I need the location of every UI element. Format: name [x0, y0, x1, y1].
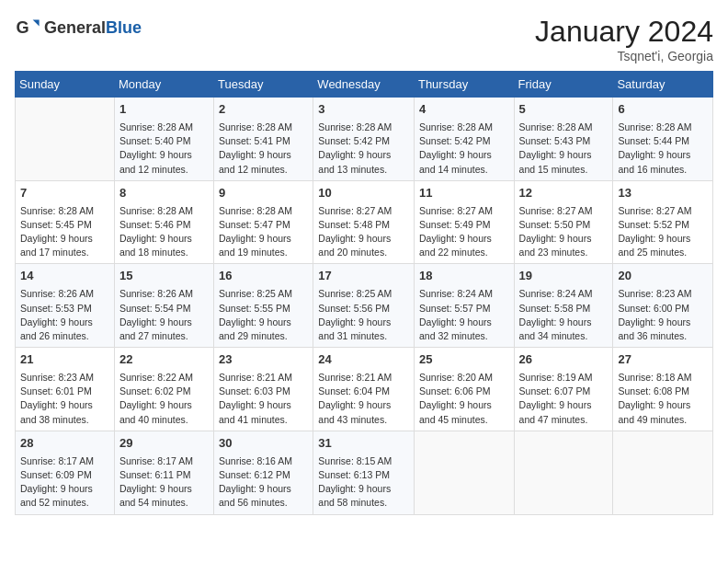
day-number: 16 [219, 268, 308, 285]
calendar-cell: 13Sunrise: 8:27 AMSunset: 5:52 PMDayligh… [613, 180, 713, 264]
calendar-cell: 8Sunrise: 8:28 AMSunset: 5:46 PMDaylight… [114, 180, 213, 264]
day-number: 13 [618, 185, 708, 202]
day-number: 1 [119, 101, 209, 119]
logo: G GeneralBlue [15, 15, 142, 40]
calendar-cell [414, 431, 514, 514]
calendar-week-5: 28Sunrise: 8:17 AMSunset: 6:09 PMDayligh… [16, 431, 713, 514]
calendar-cell: 10Sunrise: 8:27 AMSunset: 5:48 PMDayligh… [313, 180, 415, 264]
day-number: 4 [419, 101, 509, 119]
logo-general: General [44, 18, 106, 37]
day-info: Sunrise: 8:19 AMSunset: 6:07 PMDaylight:… [519, 371, 609, 427]
calendar-cell: 19Sunrise: 8:24 AMSunset: 5:58 PMDayligh… [514, 264, 613, 348]
day-number: 29 [119, 435, 209, 453]
day-number: 24 [318, 351, 409, 369]
calendar-cell: 7Sunrise: 8:28 AMSunset: 5:45 PMDaylight… [16, 180, 115, 264]
day-number: 31 [318, 435, 409, 453]
calendar-cell: 27Sunrise: 8:18 AMSunset: 6:08 PMDayligh… [613, 348, 713, 431]
calendar-cell: 21Sunrise: 8:23 AMSunset: 6:01 PMDayligh… [16, 348, 115, 431]
day-number: 27 [618, 351, 708, 369]
calendar-cell: 25Sunrise: 8:20 AMSunset: 6:06 PMDayligh… [414, 348, 514, 431]
day-info: Sunrise: 8:25 AMSunset: 5:56 PMDaylight:… [318, 287, 409, 343]
calendar-cell: 11Sunrise: 8:27 AMSunset: 5:49 PMDayligh… [414, 180, 514, 264]
day-info: Sunrise: 8:28 AMSunset: 5:42 PMDaylight:… [419, 121, 509, 177]
day-number: 26 [519, 351, 609, 369]
calendar-cell: 1Sunrise: 8:28 AMSunset: 5:40 PMDaylight… [114, 98, 213, 181]
day-info: Sunrise: 8:28 AMSunset: 5:47 PMDaylight:… [219, 204, 308, 260]
calendar-cell: 12Sunrise: 8:27 AMSunset: 5:50 PMDayligh… [514, 180, 613, 264]
page-header: G GeneralBlue January 2024 Tsqnet'i, Geo… [15, 15, 713, 63]
calendar-cell: 20Sunrise: 8:23 AMSunset: 6:00 PMDayligh… [613, 264, 713, 348]
calendar-cell [16, 98, 115, 181]
day-info: Sunrise: 8:24 AMSunset: 5:57 PMDaylight:… [419, 287, 509, 343]
day-info: Sunrise: 8:22 AMSunset: 6:02 PMDaylight:… [119, 371, 209, 427]
day-info: Sunrise: 8:28 AMSunset: 5:46 PMDaylight:… [119, 204, 209, 260]
calendar-week-2: 7Sunrise: 8:28 AMSunset: 5:45 PMDaylight… [16, 180, 713, 264]
calendar-cell [514, 431, 613, 514]
header-day-tuesday: Tuesday [214, 72, 313, 98]
day-info: Sunrise: 8:26 AMSunset: 5:53 PMDaylight:… [20, 287, 109, 343]
day-number: 28 [20, 435, 109, 453]
day-number: 10 [318, 185, 409, 202]
calendar-cell: 16Sunrise: 8:25 AMSunset: 5:55 PMDayligh… [214, 264, 313, 348]
calendar-cell: 23Sunrise: 8:21 AMSunset: 6:03 PMDayligh… [214, 348, 313, 431]
day-number: 30 [219, 435, 308, 453]
day-number: 19 [519, 268, 609, 285]
day-info: Sunrise: 8:20 AMSunset: 6:06 PMDaylight:… [419, 371, 509, 427]
day-number: 11 [419, 185, 509, 202]
day-info: Sunrise: 8:28 AMSunset: 5:40 PMDaylight:… [119, 121, 209, 177]
header-day-sunday: Sunday [16, 72, 115, 98]
day-info: Sunrise: 8:23 AMSunset: 6:00 PMDaylight:… [618, 287, 708, 343]
calendar-cell: 18Sunrise: 8:24 AMSunset: 5:57 PMDayligh… [414, 264, 514, 348]
day-info: Sunrise: 8:27 AMSunset: 5:50 PMDaylight:… [519, 204, 609, 260]
header-day-saturday: Saturday [613, 72, 713, 98]
day-info: Sunrise: 8:28 AMSunset: 5:42 PMDaylight:… [318, 121, 409, 177]
day-number: 3 [318, 101, 409, 119]
day-number: 7 [20, 185, 109, 202]
header-day-thursday: Thursday [414, 72, 514, 98]
day-info: Sunrise: 8:24 AMSunset: 5:58 PMDaylight:… [519, 287, 609, 343]
day-info: Sunrise: 8:28 AMSunset: 5:41 PMDaylight:… [219, 121, 308, 177]
day-number: 14 [20, 268, 109, 285]
day-info: Sunrise: 8:15 AMSunset: 6:13 PMDaylight:… [318, 454, 409, 511]
day-info: Sunrise: 8:23 AMSunset: 6:01 PMDaylight:… [20, 371, 109, 427]
day-info: Sunrise: 8:21 AMSunset: 6:03 PMDaylight:… [219, 371, 308, 427]
calendar-cell: 6Sunrise: 8:28 AMSunset: 5:44 PMDaylight… [613, 98, 713, 181]
calendar-cell: 14Sunrise: 8:26 AMSunset: 5:53 PMDayligh… [16, 264, 115, 348]
calendar-cell: 9Sunrise: 8:28 AMSunset: 5:47 PMDaylight… [214, 180, 313, 264]
day-number: 12 [519, 185, 609, 202]
calendar-week-3: 14Sunrise: 8:26 AMSunset: 5:53 PMDayligh… [16, 264, 713, 348]
day-number: 23 [219, 351, 308, 369]
logo-blue: Blue [106, 18, 142, 37]
month-title: January 2024 [535, 15, 713, 49]
day-number: 2 [219, 101, 308, 119]
day-number: 18 [419, 268, 509, 285]
calendar-cell: 2Sunrise: 8:28 AMSunset: 5:41 PMDaylight… [214, 98, 313, 181]
calendar-header: SundayMondayTuesdayWednesdayThursdayFrid… [16, 72, 713, 98]
day-number: 15 [119, 268, 209, 285]
location-title: Tsqnet'i, Georgia [535, 49, 713, 63]
day-info: Sunrise: 8:27 AMSunset: 5:48 PMDaylight:… [318, 204, 409, 260]
day-info: Sunrise: 8:16 AMSunset: 6:12 PMDaylight:… [219, 454, 308, 511]
calendar-cell: 26Sunrise: 8:19 AMSunset: 6:07 PMDayligh… [514, 348, 613, 431]
day-number: 17 [318, 268, 409, 285]
day-info: Sunrise: 8:17 AMSunset: 6:11 PMDaylight:… [119, 454, 209, 511]
calendar-cell: 31Sunrise: 8:15 AMSunset: 6:13 PMDayligh… [313, 431, 415, 514]
calendar-body: 1Sunrise: 8:28 AMSunset: 5:40 PMDaylight… [16, 98, 713, 515]
day-number: 25 [419, 351, 509, 369]
day-number: 9 [219, 185, 308, 202]
logo-text: GeneralBlue [44, 18, 142, 38]
day-number: 6 [618, 101, 708, 119]
calendar-cell: 15Sunrise: 8:26 AMSunset: 5:54 PMDayligh… [114, 264, 213, 348]
calendar-cell: 5Sunrise: 8:28 AMSunset: 5:43 PMDaylight… [514, 98, 613, 181]
calendar-cell: 22Sunrise: 8:22 AMSunset: 6:02 PMDayligh… [114, 348, 213, 431]
calendar-cell: 24Sunrise: 8:21 AMSunset: 6:04 PMDayligh… [313, 348, 415, 431]
day-info: Sunrise: 8:27 AMSunset: 5:49 PMDaylight:… [419, 204, 509, 260]
calendar-cell: 29Sunrise: 8:17 AMSunset: 6:11 PMDayligh… [114, 431, 213, 514]
day-number: 22 [119, 351, 209, 369]
day-number: 8 [119, 185, 209, 202]
calendar-cell: 17Sunrise: 8:25 AMSunset: 5:56 PMDayligh… [313, 264, 415, 348]
day-number: 5 [519, 101, 609, 119]
calendar-cell [613, 431, 713, 514]
header-day-wednesday: Wednesday [313, 72, 415, 98]
day-number: 20 [618, 268, 708, 285]
